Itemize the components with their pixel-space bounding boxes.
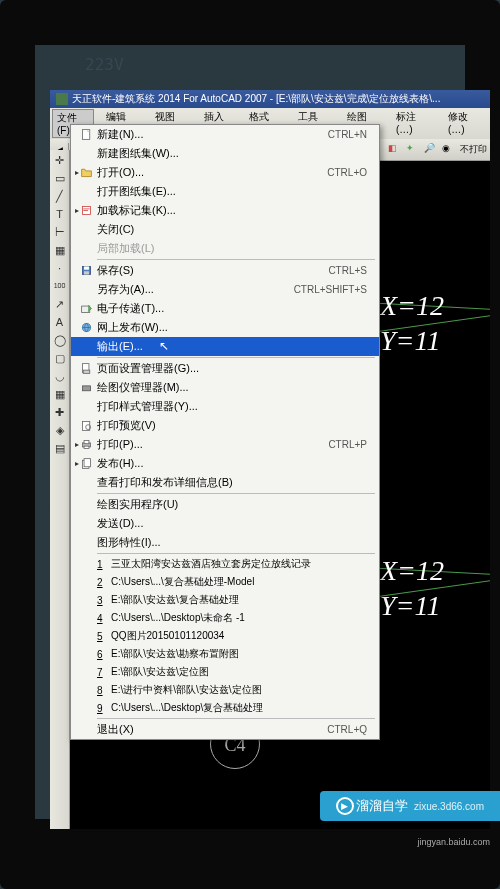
menu-item-etransmit[interactable]: 电子传递(T)...: [71, 299, 379, 318]
menu-separator: [97, 553, 375, 554]
recent-file-item[interactable]: 7 E:\部队\安达兹\定位图: [71, 663, 379, 681]
menu-dimension[interactable]: 标注(…): [392, 109, 436, 138]
tool-table-icon[interactable]: ▦: [52, 386, 68, 402]
tool-misc3-icon[interactable]: ▤: [52, 440, 68, 456]
recent-file-item[interactable]: 8 E:\进行中资料\部队\安达兹\定位图: [71, 681, 379, 699]
menu-item-plotter-mgr[interactable]: 绘图仪管理器(M)...: [71, 378, 379, 397]
tool-rect-icon[interactable]: ▭: [52, 170, 68, 186]
menu-item-plot-preview[interactable]: 打印预览(V): [71, 416, 379, 435]
menu-item-saveas[interactable]: 另存为(A)... CTRL+SHIFT+S: [71, 280, 379, 299]
save-icon: [75, 264, 97, 277]
menu-separator: [97, 357, 375, 358]
etransmit-icon: [75, 302, 97, 315]
menu-item-load-markup[interactable]: ▸ 加载标记集(K)...: [71, 201, 379, 220]
recent-files-list: 1 三亚太阳湾安达兹酒店独立套房定位放线记录2 C:\Users\...\复合基…: [71, 555, 379, 717]
tool-circle-icon[interactable]: ◯: [52, 332, 68, 348]
menu-item-exit[interactable]: 退出(X) CTRL+Q: [71, 720, 379, 739]
menu-modify[interactable]: 修改(…): [444, 109, 488, 138]
coord-x-label: X=12: [380, 290, 444, 322]
submenu-arrow-icon: ▸: [75, 206, 79, 215]
tool-dim-icon[interactable]: ⊢: [52, 224, 68, 240]
menu-item-send[interactable]: 发送(D)...: [71, 514, 379, 533]
svg-rect-14: [84, 446, 89, 448]
menu-item-plot-style-mgr[interactable]: 打印样式管理器(Y)...: [71, 397, 379, 416]
recent-file-item[interactable]: 5 QQ图片20150101120034: [71, 627, 379, 645]
submenu-arrow-icon: ▸: [75, 459, 79, 468]
left-toolbar: ✛ ▭ ╱ T ⊢ ▦ · 100 ↗ A ◯ ▢ ◡ ▦ ✚ ◈ ▤: [50, 150, 70, 829]
new-file-icon: [75, 128, 97, 141]
tool-misc-icon[interactable]: ✚: [52, 404, 68, 420]
recent-file-item[interactable]: 9 C:\Users\...\Desktop\复合基础处理: [71, 699, 379, 717]
window-title: 天正软件-建筑系统 2014 For AutoCAD 2007 - [E:\部队…: [72, 92, 440, 106]
recent-file-item[interactable]: 2 C:\Users\...\复合基础处理-Model: [71, 573, 379, 591]
menu-item-plot[interactable]: ▸ 打印(P)... CTRL+P: [71, 435, 379, 454]
tool-point-icon[interactable]: ·: [52, 260, 68, 276]
preview-icon: [75, 419, 97, 432]
coord-x-label-2: X=12: [380, 555, 444, 587]
brand-name: 溜溜自学: [356, 797, 408, 815]
menu-item-save[interactable]: 保存(S) CTRL+S: [71, 261, 379, 280]
coord-y-label: Y=11: [380, 325, 440, 357]
tool-hatch-icon[interactable]: ▦: [52, 242, 68, 258]
brand-domain: zixue.3d66.com: [414, 801, 484, 812]
branding-watermark: ▶ 溜溜自学 zixue.3d66.com: [320, 791, 500, 821]
app-icon: [56, 93, 68, 105]
globe-icon: [75, 321, 97, 334]
menu-separator: [97, 493, 375, 494]
menu-item-partial-load: 局部加载(L): [71, 239, 379, 258]
menu-item-publish-web[interactable]: 网上发布(W)...: [71, 318, 379, 337]
menu-item-publish[interactable]: ▸ 发布(H)...: [71, 454, 379, 473]
plotter-icon: [75, 381, 97, 394]
menu-separator: [97, 718, 375, 719]
application-window: 天正软件-建筑系统 2014 For AutoCAD 2007 - [E:\部队…: [50, 90, 490, 829]
coord-y-label-2: Y=11: [380, 590, 440, 622]
menu-item-export[interactable]: 输出(E)... ↖: [71, 337, 379, 356]
svg-rect-16: [84, 459, 91, 467]
tool-text-icon[interactable]: T: [52, 206, 68, 222]
menu-item-new-sheetset[interactable]: 新建图纸集(W)...: [71, 144, 379, 163]
submenu-arrow-icon: ▸: [75, 168, 79, 177]
menu-item-new[interactable]: 新建(N)... CTRL+N: [71, 125, 379, 144]
tool-arrow-icon[interactable]: ↗: [52, 296, 68, 312]
tool-crosshair-icon[interactable]: ✛: [52, 152, 68, 168]
source-footer: jingyan.baidu.com: [417, 837, 490, 847]
recent-file-item[interactable]: 3 E:\部队\安达兹\复合基础处理: [71, 591, 379, 609]
submenu-arrow-icon: ▸: [75, 440, 79, 449]
menu-item-view-plot-info[interactable]: 查看打印和发布详细信息(B): [71, 473, 379, 492]
tool-a-icon[interactable]: A: [52, 314, 68, 330]
tool-line-icon[interactable]: ╱: [52, 188, 68, 204]
page-setup-icon: [75, 362, 97, 375]
titlebar: 天正软件-建筑系统 2014 For AutoCAD 2007 - [E:\部队…: [50, 90, 490, 108]
menu-item-drawing-utils[interactable]: 绘图实用程序(U): [71, 495, 379, 514]
tool-rect2-icon[interactable]: ▢: [52, 350, 68, 366]
menu-item-open[interactable]: ▸ 打开(O)... CTRL+O: [71, 163, 379, 182]
recent-file-item[interactable]: 6 E:\部队\安达兹\勘察布置附图: [71, 645, 379, 663]
tool-arc-icon[interactable]: ◡: [52, 368, 68, 384]
recent-file-item[interactable]: 1 三亚太阳湾安达兹酒店独立套房定位放线记录: [71, 555, 379, 573]
recent-file-item[interactable]: 4 C:\Users\...\Desktop\未命名 -1: [71, 609, 379, 627]
tool-misc2-icon[interactable]: ◈: [52, 422, 68, 438]
svg-rect-9: [82, 386, 90, 391]
menu-separator: [97, 259, 375, 260]
svg-rect-4: [84, 271, 89, 274]
svg-rect-8: [83, 370, 90, 373]
menu-item-close[interactable]: 关闭(C): [71, 220, 379, 239]
menu-item-open-sheetset[interactable]: 打开图纸集(E)...: [71, 182, 379, 201]
svg-rect-3: [84, 266, 89, 269]
svg-rect-13: [84, 440, 89, 443]
tool-scale-icon[interactable]: 100: [52, 278, 68, 294]
play-icon: ▶: [336, 797, 354, 815]
file-dropdown-menu: 新建(N)... CTRL+N 新建图纸集(W)... ▸ 打开(O)... C…: [70, 124, 380, 740]
menu-item-drawing-props[interactable]: 图形特性(I)...: [71, 533, 379, 552]
menu-item-page-setup[interactable]: 页面设置管理器(G)...: [71, 359, 379, 378]
